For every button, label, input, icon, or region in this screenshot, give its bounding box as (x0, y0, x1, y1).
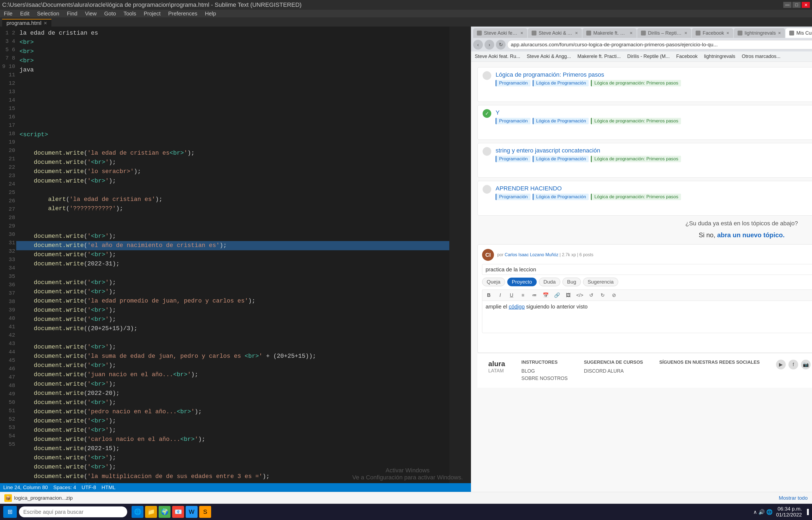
taskbar-app-4[interactable]: W (186, 506, 198, 518)
topic-tags: ProgramaciónLógica de Programación Lógic… (496, 156, 812, 162)
footer-link[interactable]: DISCORD ALURA (584, 368, 643, 374)
format-list-ol-button[interactable]: ≔ (530, 291, 539, 299)
bookmark-item[interactable]: Otros marcados... (740, 53, 782, 60)
tag-button[interactable]: Duda (539, 278, 560, 286)
topic-info: Y ProgramaciónLógica de Programación Lóg… (496, 109, 812, 124)
menu-item-tools[interactable]: Tools (122, 10, 138, 17)
bookmark-item[interactable]: Dirilis - Reptile (M... (625, 53, 671, 60)
editor-tab-bar: programa.html ✕ (0, 17, 812, 27)
footer-link[interactable]: SOBRE NOSOTROS (521, 375, 567, 381)
tag-button[interactable]: Sugerencia (583, 278, 618, 286)
topic-title[interactable]: Lógica de programación: Primeros pasos (496, 71, 812, 78)
back-button[interactable]: ‹ (473, 40, 483, 50)
format-underline-button[interactable]: U (507, 291, 516, 299)
browser-tab[interactable]: Mis Cur... ✕ (785, 28, 812, 38)
format-italic-button[interactable]: I (496, 291, 505, 299)
taskbar-search-input[interactable] (19, 506, 127, 517)
taskbar-app-3[interactable]: 📧 (172, 506, 184, 518)
window-controls: — □ ✕ (783, 2, 810, 8)
show-all-button[interactable]: Mostrar todo (779, 495, 808, 501)
browser-tab[interactable]: lightningrevals ✕ (734, 28, 785, 38)
editor-tab[interactable]: programa.html ✕ (2, 19, 51, 27)
tag-button[interactable]: Proyecto (507, 278, 537, 286)
menu-item-find[interactable]: Find (65, 10, 79, 17)
footer-social-block: ▶f📷in (776, 360, 812, 369)
code-content[interactable]: la edad de cristian es <br> <br> <br> ja… (16, 27, 449, 483)
topic-item: Lógica de programación: Primeros pasos P… (477, 67, 812, 102)
tab-close-icon[interactable]: ✕ (520, 31, 524, 35)
composer-title-input[interactable] (482, 264, 812, 275)
taskbar-app-5[interactable]: S (199, 506, 211, 518)
menu-item-help[interactable]: Help (203, 10, 218, 17)
subtag-pill: Lógica de programación: Primeros pasos (591, 156, 681, 162)
taskbar-app-2[interactable]: 🌍 (159, 506, 170, 518)
tag-pill: Lógica de Programación (533, 118, 589, 124)
menu-item-edit[interactable]: Edit (19, 10, 31, 17)
browser-tab[interactable]: Dirilis – Reptile (M... ✕ (637, 28, 691, 38)
watermark: Activar Windows Ve a Configuración para … (353, 467, 463, 481)
show-desktop-icon[interactable]: ▐ (805, 509, 809, 515)
menu-item-view[interactable]: View (83, 10, 98, 17)
format-code-button[interactable]: </> (576, 291, 584, 299)
tab-close-icon[interactable]: ✕ (44, 21, 47, 26)
composer-body[interactable]: amplie el código siguiendo lo anterior v… (482, 301, 812, 333)
tab-close-icon[interactable]: ✕ (629, 31, 633, 35)
code-link[interactable]: código (509, 304, 525, 310)
taskbar-tray: ∧ 🔊 🌐 06:34 p.m. 01/12/2022 ▐ (753, 506, 809, 518)
menu-item-project[interactable]: Project (142, 10, 162, 17)
bookmark-item[interactable]: lightningrevals (702, 53, 737, 60)
topic-item: ✓ Y ProgramaciónLógica de Programación L… (477, 105, 812, 140)
taskbar-app-0[interactable]: 🌐 (132, 506, 143, 518)
menu-item-goto[interactable]: Goto (103, 10, 117, 17)
menu-item-preferences[interactable]: Preferences (166, 10, 199, 17)
menu-item-selection[interactable]: Selection (35, 10, 61, 17)
tag-button[interactable]: Bug (562, 278, 581, 286)
social-icon-0[interactable]: ▶ (776, 360, 786, 369)
format-image-button[interactable]: 🖼 (564, 291, 573, 299)
topic-tags: ProgramaciónLógica de Programación Lógic… (496, 118, 812, 124)
format-date-button[interactable]: 📅 (541, 291, 550, 299)
browser-tabs: Steve Aoki feat. Ru... ✕ Steve Aoki & An… (471, 27, 812, 38)
tab-close-icon[interactable]: ✕ (778, 31, 781, 35)
minimize-button[interactable]: — (783, 2, 791, 8)
topic-title[interactable]: APRENDER HACIENDO (496, 185, 812, 192)
topic-item: APRENDER HACIENDO ProgramaciónLógica de … (477, 181, 812, 215)
social-icon-1[interactable]: f (788, 360, 798, 369)
reload-button[interactable]: ↻ (496, 40, 506, 50)
bookmark-item[interactable]: Steve Aoki & Angg... (525, 53, 572, 60)
browser-tab[interactable]: Steve Aoki & Angg... ✕ (528, 28, 582, 38)
browser-tab[interactable]: Makerele ft. Practi... ✕ (583, 28, 637, 38)
browser-tab[interactable]: Steve Aoki feat. Ru... ✕ (473, 28, 527, 38)
topic-item: string y entero javascript concatenación… (477, 143, 812, 178)
forward-button[interactable]: › (484, 40, 494, 50)
social-icon-2[interactable]: 📷 (801, 360, 811, 369)
editor-panel: 1 2 3 4 5 6 7 8 9 10 11 12 13 14 15 16 1… (0, 27, 471, 492)
tab-close-icon[interactable]: ✕ (726, 31, 729, 35)
start-button[interactable]: ⊞ (3, 506, 17, 518)
tab-close-icon[interactable]: ✕ (575, 31, 578, 35)
tag-button[interactable]: Queja (482, 278, 505, 286)
bookmark-item[interactable]: Steve Aoki feat. Ru... (473, 53, 522, 60)
footer-col-heading: SÍGUENOS EN NUESTRAS REDES SOCIALES (659, 360, 760, 365)
format-link-button[interactable]: 🔗 (553, 291, 561, 299)
clear-button[interactable]: ⊘ (610, 291, 618, 299)
bookmark-item[interactable]: Makerele ft. Practi... (576, 53, 622, 60)
bookmark-item[interactable]: Facebook (674, 53, 699, 60)
undo-button[interactable]: ↺ (587, 291, 595, 299)
footer-logo: aluraLATAM (488, 360, 505, 374)
tab-close-icon[interactable]: ✕ (684, 31, 688, 35)
menu-item-file[interactable]: File (2, 10, 14, 17)
taskbar-app-1[interactable]: 📁 (145, 506, 157, 518)
maximize-button[interactable]: □ (792, 2, 801, 8)
browser-tab[interactable]: Facebook ✕ (692, 28, 733, 38)
address-bar[interactable]: app.aluracursos.com/forum/curso-logica-d… (507, 40, 812, 49)
format-list-ul-button[interactable]: ≡ (519, 291, 527, 299)
composer-header: CI por Carlos Isaac Lozano Muñóz | 2.7k … (482, 249, 812, 261)
menu-bar: FileEditSelectionFindViewGotoToolsProjec… (0, 10, 812, 17)
close-button[interactable]: ✕ (802, 2, 810, 8)
footer-link[interactable]: BLOG (521, 368, 567, 374)
topic-title[interactable]: string y entero javascript concatenación (496, 147, 812, 154)
redo-button[interactable]: ↻ (598, 291, 607, 299)
format-bold-button[interactable]: B (484, 291, 493, 299)
topic-title[interactable]: Y (496, 109, 812, 116)
